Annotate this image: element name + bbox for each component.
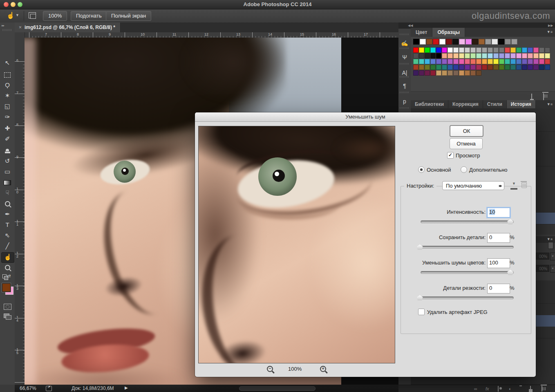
swatch[interactable] [533, 53, 539, 58]
collapse-to-icons-icon[interactable]: ◀◀ [408, 24, 413, 27]
swatch[interactable] [505, 53, 510, 58]
swatch[interactable] [493, 47, 499, 53]
path-select-tool[interactable]: ⇖ [0, 231, 15, 241]
swatch[interactable] [505, 39, 511, 45]
document-tab[interactable]: ×img612.psd @ 66,7% (Слой 6, RGB/8) * [15, 22, 121, 32]
swatch[interactable] [482, 53, 487, 58]
delete-layer-icon[interactable] [542, 386, 542, 391]
save-preset-icon[interactable] [510, 183, 517, 190]
swatch[interactable] [453, 47, 459, 53]
swatch[interactable] [470, 47, 476, 53]
swatch[interactable] [446, 39, 452, 45]
swatch[interactable] [499, 59, 504, 64]
swatch[interactable] [488, 59, 493, 64]
new-layer-icon[interactable] [530, 386, 531, 391]
swatch[interactable] [430, 70, 436, 76]
swatch[interactable] [470, 59, 476, 64]
swatch[interactable] [453, 59, 459, 64]
lasso-tool[interactable]: Ϙ [0, 81, 15, 90]
swatch[interactable] [499, 65, 504, 70]
preview-checkbox-label[interactable]: Просмотр [456, 152, 480, 159]
swatch[interactable] [476, 70, 481, 76]
fullscreen-button[interactable]: Полный экран [106, 11, 151, 21]
swatch[interactable] [545, 65, 550, 70]
swatch[interactable] [545, 47, 550, 53]
swatch[interactable] [510, 59, 516, 64]
swatch[interactable] [436, 65, 441, 70]
swatch[interactable] [511, 39, 517, 45]
swatch[interactable] [488, 53, 493, 58]
layer-mask-icon[interactable] [498, 386, 499, 391]
chevron-down-icon[interactable]: ▼ [16, 13, 19, 17]
dialog-preview[interactable] [198, 126, 395, 363]
panel-menu-icon[interactable]: ▼≡ [547, 30, 553, 34]
swatch[interactable] [453, 70, 459, 76]
swatch[interactable] [476, 59, 481, 64]
history-brush-tool[interactable]: ↺ [0, 157, 15, 166]
swatch[interactable] [413, 47, 418, 53]
opacity-dropdown-icon[interactable]: ▼ [550, 253, 555, 260]
swatch[interactable] [528, 47, 533, 53]
preview-checkbox[interactable]: ✓ [447, 152, 454, 159]
swatch[interactable] [430, 59, 436, 64]
swatch[interactable] [425, 47, 430, 53]
swatch[interactable] [453, 53, 459, 58]
swatch[interactable] [522, 65, 527, 70]
fill-dropdown-icon[interactable]: ▼ [550, 265, 555, 273]
remove-jpeg-artifact-checkbox[interactable] [418, 309, 425, 315]
swatch[interactable] [522, 47, 527, 53]
swatch[interactable] [436, 70, 441, 76]
swatch[interactable] [465, 65, 470, 70]
swatch[interactable] [439, 39, 445, 45]
swatch[interactable] [499, 47, 504, 53]
swatch[interactable] [516, 65, 521, 70]
swatch[interactable] [442, 70, 447, 76]
swatch[interactable] [539, 59, 544, 64]
swatch[interactable] [482, 47, 487, 53]
delete-preset-icon[interactable] [521, 182, 527, 188]
swatch[interactable] [510, 53, 516, 58]
swatch[interactable] [485, 39, 491, 45]
swatch[interactable] [505, 47, 510, 53]
swatch[interactable] [482, 59, 487, 64]
panel-icon-brushes[interactable]: Ψ [398, 54, 411, 60]
swatch[interactable] [425, 53, 430, 58]
swatch[interactable] [498, 39, 504, 45]
tab-История[interactable]: История [507, 100, 536, 108]
swatch[interactable] [528, 59, 533, 64]
settings-dropdown[interactable]: По умолчанию [442, 181, 504, 190]
foreground-color-chip[interactable] [2, 283, 11, 292]
arrange-windows-icon[interactable] [29, 12, 36, 18]
swatch[interactable] [448, 65, 453, 70]
swatch[interactable] [533, 65, 539, 70]
swatch[interactable] [442, 47, 447, 53]
swatch[interactable] [459, 70, 464, 76]
swatch[interactable] [533, 59, 539, 64]
pen-tool[interactable]: ✒ [0, 210, 15, 220]
panel-icon-p[interactable]: p [398, 98, 411, 105]
swatch[interactable] [419, 65, 424, 70]
swatch[interactable] [426, 39, 432, 45]
swatch[interactable] [539, 47, 544, 53]
swatch[interactable] [452, 39, 459, 45]
line-tool[interactable]: ╱ [0, 242, 15, 251]
swatch[interactable] [433, 39, 439, 45]
export-icon[interactable] [46, 386, 52, 391]
swatch[interactable] [493, 59, 499, 64]
swatch[interactable] [459, 59, 464, 64]
close-tab-icon[interactable]: × [19, 25, 22, 30]
swatch[interactable] [499, 53, 504, 58]
swatch[interactable] [436, 47, 441, 53]
swatch[interactable] [488, 65, 493, 70]
eraser-tool[interactable]: ▭ [0, 167, 15, 177]
swatch[interactable] [505, 59, 510, 64]
move-tool[interactable]: ↖ [0, 58, 15, 68]
tab-Цвет[interactable]: Цвет [411, 28, 432, 37]
swatch[interactable] [430, 65, 436, 70]
swatch[interactable] [425, 59, 430, 64]
swatch[interactable] [493, 53, 499, 58]
brush-tool[interactable]: ✐ [0, 134, 15, 144]
swatch[interactable] [459, 53, 464, 58]
swatch[interactable] [453, 65, 459, 70]
reduce-color-noise-field[interactable]: 100 [487, 258, 510, 268]
